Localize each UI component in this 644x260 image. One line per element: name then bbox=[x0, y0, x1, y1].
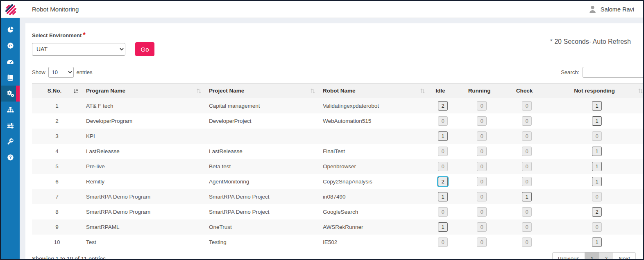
idle-count-badge[interactable]: 0 bbox=[438, 116, 448, 126]
help-icon: ? bbox=[7, 154, 14, 161]
running-count-badge[interactable]: 0 bbox=[477, 177, 487, 186]
check-count-badge[interactable]: 0 bbox=[522, 116, 532, 126]
idle-count-badge[interactable]: 2 bbox=[438, 101, 448, 111]
page-button-previous[interactable]: Previous bbox=[552, 252, 585, 259]
check-count-badge[interactable]: 0 bbox=[522, 207, 532, 217]
running-count-badge[interactable]: 0 bbox=[477, 222, 487, 232]
check-count-badge[interactable]: 0 bbox=[522, 147, 532, 156]
table-row: 6 Remitly AgentMonitoring Copy2SnapAnaly… bbox=[32, 174, 643, 189]
cell-project-name: SmartRPA Demo Project bbox=[204, 189, 318, 204]
robots-table: S.No. Program Name bbox=[32, 83, 643, 250]
cogs-icon bbox=[7, 90, 14, 97]
not-responding-count-badge[interactable]: 1 bbox=[592, 162, 602, 171]
cell-robot-name: IE502 bbox=[318, 235, 428, 250]
running-count-badge[interactable]: 0 bbox=[477, 147, 487, 156]
content-card: Select Environment* UAT Go * 20 Seconds-… bbox=[25, 23, 643, 259]
column-header-check[interactable]: Check bbox=[506, 84, 547, 98]
running-count-badge[interactable]: 0 bbox=[477, 131, 487, 141]
table-header-row: S.No. Program Name bbox=[32, 84, 643, 98]
running-count-badge[interactable]: 0 bbox=[477, 116, 487, 126]
sidebar-item-sitemap[interactable] bbox=[1, 102, 20, 118]
running-count-badge[interactable]: 0 bbox=[477, 192, 487, 201]
page-button-1[interactable]: 1 bbox=[585, 252, 599, 259]
user-menu[interactable]: Salome Ravi bbox=[588, 5, 634, 14]
column-header-not-responding[interactable]: Not responding bbox=[547, 84, 643, 98]
app-logo[interactable] bbox=[1, 3, 20, 16]
cell-project-name: DeveloperProject bbox=[204, 113, 318, 129]
top-bar: Robot Monitoring Salome Ravi bbox=[1, 1, 643, 18]
sidebar-item-help[interactable]: ? bbox=[1, 149, 20, 165]
sort-both-icon bbox=[420, 88, 425, 93]
search-input[interactable] bbox=[583, 67, 643, 78]
cell-robot-name bbox=[318, 129, 428, 144]
page-button-next[interactable]: Next bbox=[613, 252, 636, 259]
page-size-select[interactable]: 10 bbox=[48, 67, 74, 78]
user-name: Salome Ravi bbox=[601, 6, 634, 13]
sidebar-item-sliders[interactable] bbox=[1, 118, 20, 133]
cell-project-name: LastReleasse bbox=[204, 144, 318, 159]
column-header-project-name[interactable]: Project Name bbox=[204, 84, 318, 98]
running-count-badge[interactable]: 0 bbox=[477, 101, 487, 111]
svg-text:?: ? bbox=[9, 155, 11, 160]
idle-count-badge[interactable]: 1 bbox=[438, 131, 448, 141]
not-responding-count-badge[interactable]: 0 bbox=[592, 222, 602, 232]
table-row: 9 SmartRPAML OneTrust AWSRekRunner 1 0 0… bbox=[32, 219, 643, 235]
check-count-badge[interactable]: 0 bbox=[522, 237, 532, 247]
cell-sno: 6 bbox=[32, 174, 81, 189]
not-responding-count-badge[interactable]: 1 bbox=[592, 101, 602, 111]
cell-project-name bbox=[204, 129, 318, 144]
not-responding-count-badge[interactable]: 1 bbox=[592, 116, 602, 126]
idle-count-badge[interactable]: 1 bbox=[438, 192, 448, 201]
not-responding-count-badge[interactable]: 1 bbox=[592, 147, 602, 156]
idle-count-badge[interactable]: 2 bbox=[438, 177, 448, 186]
table-row: 7 SmartRPA Demo Program SmartRPA Demo Pr… bbox=[32, 189, 643, 204]
not-responding-count-badge[interactable]: 1 bbox=[592, 177, 602, 186]
check-count-badge[interactable]: 0 bbox=[522, 101, 532, 111]
go-button[interactable]: Go bbox=[135, 42, 154, 56]
table-row: 1 AT& F tech Capital management Validati… bbox=[32, 98, 643, 114]
idle-count-badge[interactable]: 0 bbox=[438, 147, 448, 156]
sidebar-item-p-circle[interactable]: P bbox=[1, 38, 20, 54]
cell-project-name: SmartRPA Demo Project bbox=[204, 204, 318, 219]
not-responding-count-badge[interactable]: 0 bbox=[592, 192, 602, 201]
search-label: Search: bbox=[561, 69, 579, 75]
column-header-running[interactable]: Running bbox=[457, 84, 506, 98]
check-count-badge[interactable]: 0 bbox=[522, 222, 532, 232]
cell-sno: 2 bbox=[32, 113, 81, 129]
environment-select[interactable]: UAT bbox=[32, 43, 125, 56]
check-count-badge[interactable]: 0 bbox=[522, 131, 532, 141]
cell-robot-name: Copy2SnapAnalysis bbox=[318, 174, 428, 189]
running-count-badge[interactable]: 0 bbox=[477, 207, 487, 217]
idle-count-badge[interactable]: 0 bbox=[438, 207, 448, 217]
pagination: Previous12Next bbox=[552, 252, 636, 259]
check-count-badge[interactable]: 1 bbox=[522, 192, 532, 201]
not-responding-count-badge[interactable]: 1 bbox=[592, 237, 602, 247]
table-row: 8 SmartRPA Demo Program SmartRPA Demo Pr… bbox=[32, 204, 643, 219]
check-count-badge[interactable]: 0 bbox=[522, 162, 532, 171]
sidebar-item-wrench[interactable] bbox=[1, 133, 20, 149]
idle-count-badge[interactable]: 1 bbox=[438, 222, 448, 232]
not-responding-count-badge[interactable]: 0 bbox=[592, 131, 602, 141]
column-header-sno[interactable]: S.No. bbox=[32, 84, 81, 98]
column-header-robot-name[interactable]: Robot Name bbox=[318, 84, 428, 98]
running-count-badge[interactable]: 0 bbox=[477, 162, 487, 171]
cell-project-name: OneTrust bbox=[204, 219, 318, 235]
check-count-badge[interactable]: 0 bbox=[522, 177, 532, 186]
running-count-badge[interactable]: 0 bbox=[477, 237, 487, 247]
sidebar-item-pie-chart[interactable] bbox=[1, 22, 20, 38]
sort-both-icon bbox=[197, 88, 201, 93]
sidebar-item-book[interactable] bbox=[1, 70, 20, 86]
idle-count-badge[interactable]: 0 bbox=[438, 237, 448, 247]
sidebar-item-robot-monitoring[interactable] bbox=[1, 86, 20, 102]
cell-sno: 3 bbox=[32, 129, 81, 144]
page-button-2[interactable]: 2 bbox=[599, 252, 614, 259]
not-responding-count-badge[interactable]: 2 bbox=[592, 207, 602, 217]
cell-program-name: SmartRPAML bbox=[81, 219, 204, 235]
idle-count-badge[interactable]: 0 bbox=[438, 162, 448, 171]
table-row: 10 Test Testing IE502 0 0 0 1 bbox=[32, 235, 643, 250]
brand-stripes-icon bbox=[4, 3, 17, 16]
showing-entries-text: Showing 1 to 10 of 11 entries bbox=[32, 255, 106, 259]
sidebar-item-gauge[interactable] bbox=[1, 54, 20, 70]
column-header-program-name[interactable]: Program Name bbox=[81, 84, 204, 98]
column-header-idle[interactable]: Idle bbox=[428, 84, 457, 98]
